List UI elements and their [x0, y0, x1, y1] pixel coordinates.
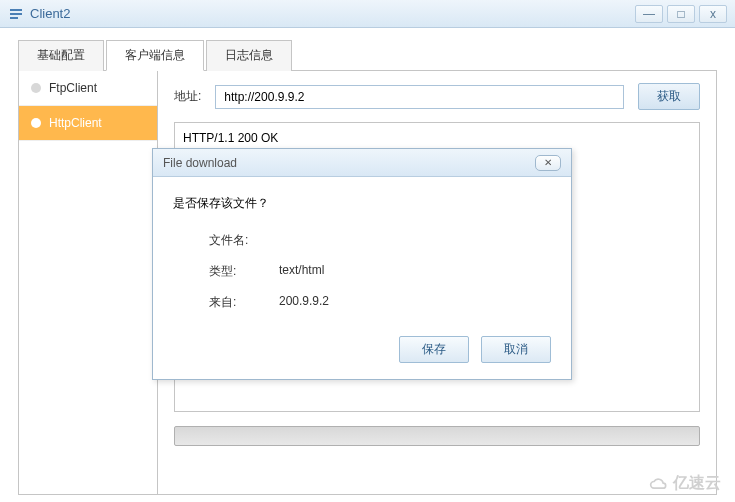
- window-controls: — □ x: [635, 5, 727, 23]
- sidebar-item-ftpclient[interactable]: FtpClient: [19, 71, 157, 106]
- watermark-text: 亿速云: [673, 473, 721, 494]
- dialog-title: File download: [163, 156, 535, 170]
- tab-client-info[interactable]: 客户端信息: [106, 40, 204, 71]
- dialog-body: 是否保存该文件？ 文件名: 类型: text/html 来自: 200.9.9.…: [153, 177, 571, 379]
- type-value: text/html: [279, 263, 324, 280]
- dialog-titlebar: File download ✕: [153, 149, 571, 177]
- address-input[interactable]: [215, 85, 624, 109]
- dialog-close-button[interactable]: ✕: [535, 155, 561, 171]
- type-label: 类型:: [209, 263, 279, 280]
- filename-label: 文件名:: [209, 232, 279, 249]
- sidebar-item-label: FtpClient: [49, 81, 97, 95]
- cancel-button[interactable]: 取消: [481, 336, 551, 363]
- sidebar: FtpClient HttpClient: [18, 71, 158, 495]
- address-row: 地址: 获取: [174, 83, 700, 110]
- app-icon: [8, 6, 24, 22]
- from-label: 来自:: [209, 294, 279, 311]
- progress-bar: [174, 426, 700, 446]
- tabs-container: 基础配置 客户端信息 日志信息: [0, 28, 735, 71]
- titlebar: Client2 — □ x: [0, 0, 735, 28]
- tab-log-info[interactable]: 日志信息: [206, 40, 292, 71]
- dialog-message: 是否保存该文件？: [173, 195, 551, 212]
- status-dot-icon: [31, 118, 41, 128]
- close-icon: ✕: [544, 157, 552, 168]
- address-label: 地址:: [174, 88, 201, 105]
- window-title: Client2: [30, 6, 635, 21]
- watermark: 亿速云: [649, 473, 721, 494]
- maximize-button[interactable]: □: [667, 5, 695, 23]
- dialog-field-from: 来自: 200.9.9.2: [173, 294, 551, 311]
- status-dot-icon: [31, 83, 41, 93]
- sidebar-item-label: HttpClient: [49, 116, 102, 130]
- response-line: HTTP/1.1 200 OK: [183, 129, 691, 147]
- file-download-dialog: File download ✕ 是否保存该文件？ 文件名: 类型: text/h…: [152, 148, 572, 380]
- dialog-field-filename: 文件名:: [173, 232, 551, 249]
- sidebar-item-httpclient[interactable]: HttpClient: [19, 106, 157, 141]
- tab-basic-config[interactable]: 基础配置: [18, 40, 104, 71]
- get-button[interactable]: 获取: [638, 83, 700, 110]
- from-value: 200.9.9.2: [279, 294, 329, 311]
- minimize-button[interactable]: —: [635, 5, 663, 23]
- close-button[interactable]: x: [699, 5, 727, 23]
- cloud-icon: [649, 477, 669, 491]
- tabs: 基础配置 客户端信息 日志信息: [18, 40, 717, 71]
- dialog-buttons: 保存 取消: [173, 336, 551, 363]
- dialog-field-type: 类型: text/html: [173, 263, 551, 280]
- save-button[interactable]: 保存: [399, 336, 469, 363]
